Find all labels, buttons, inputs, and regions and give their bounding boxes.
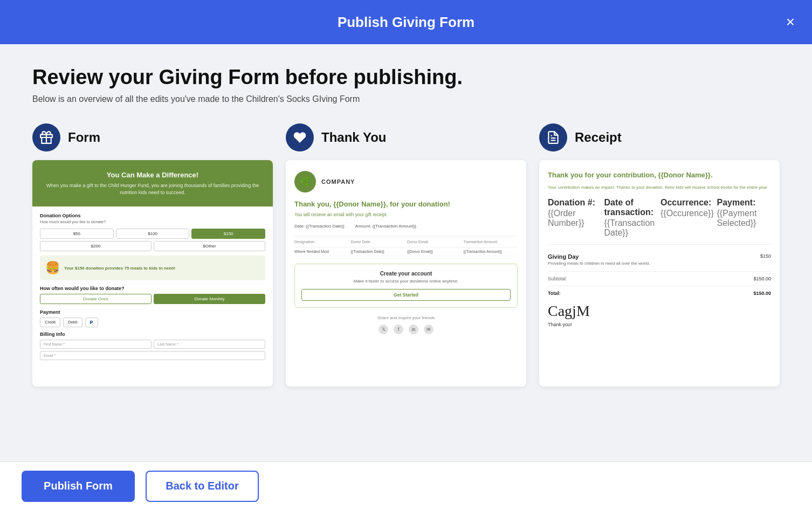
ty-subtext: You will recieve an email with your gift…: [294, 212, 518, 217]
receipt-divider-2: [548, 286, 771, 286]
ty-table-row: Where Needed Most {{Transaction Date}} {…: [294, 247, 518, 256]
receipt-subtext: Your contribution makes an impact. Thank…: [548, 184, 771, 190]
form-icon-circle: [32, 123, 60, 151]
ty-col-email: Donor Email:: [407, 240, 462, 244]
receipt-item-row: Giving Day Providing meals to children i…: [548, 253, 771, 267]
linkedin-share-icon[interactable]: in: [409, 325, 418, 334]
facebook-share-icon[interactable]: f: [394, 325, 403, 334]
form-banner-title: You Can Make a Difference!: [41, 171, 264, 179]
ty-table-header: Designation: Donor Date: Donor Email: Tr…: [294, 236, 518, 247]
payment-label: Payment: [40, 309, 265, 315]
close-button[interactable]: ×: [786, 15, 795, 30]
create-account-sub: Make it faster to access your donations …: [301, 279, 511, 284]
ty-date: Date: {{Transaction Date}}: [294, 224, 345, 229]
thankyou-preview-card: 🌿 COMPANY Thank you, {{Donor Name}}, for…: [286, 160, 526, 387]
payment-methods: Credit Debit P: [40, 318, 265, 327]
email-share-icon[interactable]: ✉: [424, 325, 433, 334]
receipt-meta-date-val: {{Transaction Date}}: [604, 218, 655, 237]
receipt-divider-1: [548, 271, 771, 272]
freq-once[interactable]: Donate Once: [40, 294, 152, 304]
heart-icon: [293, 130, 307, 144]
receipt-section-title: Receipt: [575, 130, 622, 145]
create-account-box: Create your account Make it faster to ac…: [294, 264, 518, 308]
page-subtitle: Below is an overview of all the edits yo…: [32, 94, 780, 104]
form-section-label: Form: [32, 123, 273, 151]
receipt-headline: Thank you for your contribution, {{Donor…: [548, 171, 771, 180]
sections-label-row: Form Thank You Receipt: [32, 123, 780, 151]
amount-50[interactable]: $50: [40, 229, 114, 239]
receipt-icon-circle: [539, 123, 567, 151]
get-started-button[interactable]: Get Started: [301, 289, 511, 301]
receipt-total-label: Total:: [548, 291, 561, 296]
impact-text: Your $150 donation provides 75 meals to …: [64, 266, 175, 271]
ty-val-designation: Where Needed Most: [294, 250, 349, 253]
form-banner: You Can Make a Difference! When you make…: [32, 160, 273, 206]
receipt-total-row: Total: $150.00: [548, 291, 771, 296]
form-banner-text: When you make a gift to the Child Hunger…: [41, 182, 264, 196]
receipt-meta-occurrence-label: Occurrence:: [660, 198, 715, 208]
back-to-editor-button[interactable]: Back to Editor: [146, 471, 259, 502]
amount-grid: $50 $100 $150: [40, 229, 265, 239]
receipt-body: Thank you for your contribution, {{Donor…: [539, 160, 780, 338]
frequency-btns: Donate Once Donate Monthly: [40, 294, 265, 304]
ty-col-date: Donor Date:: [351, 240, 405, 244]
thankyou-section-title: Thank You: [321, 130, 386, 145]
pay-credit[interactable]: Credit: [40, 318, 60, 327]
receipt-meta-occurrence: Occurrence: {{Occurence}}: [660, 198, 715, 238]
twitter-share-icon[interactable]: 𝕏: [379, 325, 388, 334]
receipt-meta-donation-val: {{Order Number}}: [548, 209, 584, 228]
amount-150[interactable]: $150: [191, 229, 265, 239]
publish-form-button[interactable]: Publish Form: [22, 471, 135, 502]
receipt-subtotal-label: Subtotal:: [548, 276, 567, 281]
ty-logo-icon: 🌿: [294, 171, 316, 192]
ty-logo-area: 🌿 COMPANY: [294, 171, 518, 192]
pay-paypal[interactable]: P: [85, 318, 98, 327]
main-content: Review your Giving Form before publishin…: [0, 44, 812, 461]
amount-other[interactable]: $Other: [154, 241, 265, 251]
ty-val-date: {{Transaction Date}}: [351, 250, 405, 253]
last-name-field[interactable]: Last Name *: [154, 340, 265, 349]
receipt-meta-donation: Donation #: {{Order Number}}: [548, 198, 602, 238]
receipt-item-title: Giving Day: [548, 253, 650, 260]
donation-options-label: Donation Options: [40, 213, 265, 218]
receipt-meta-payment-val: {{Payment Selected}}: [717, 209, 757, 228]
amount-200[interactable]: $200: [40, 241, 152, 251]
create-account-title: Create your account: [301, 271, 511, 277]
ty-val-amount: {{Transaction Amount}}: [464, 250, 518, 253]
impact-icon: 🍔: [45, 261, 60, 275]
thankyou-section-label: Thank You: [286, 123, 526, 151]
receipt-item-amount: $150: [760, 253, 771, 267]
receipt-meta-payment: Payment: {{Payment Selected}}: [717, 198, 772, 238]
ty-col-amount: Transaction Amount:: [464, 240, 518, 244]
receipt-meta-occurrence-val: {{Occurence}}: [660, 209, 714, 218]
billing-label: Billing Info: [40, 332, 265, 337]
pay-debit[interactable]: Debit: [63, 318, 82, 327]
receipt-meta-date-label: Date of transaction:: [604, 198, 659, 217]
receipt-meta: Donation #: {{Order Number}} Date of tra…: [548, 198, 771, 245]
form-section-title: Form: [68, 130, 100, 145]
receipt-subtotal-val: $150.00: [753, 276, 771, 281]
receipt-item-info: Giving Day Providing meals to children i…: [548, 253, 650, 267]
amount-row2: $200 $Other: [40, 241, 265, 251]
receipt-preview-card: Thank you for your contribution, {{Donor…: [539, 160, 780, 387]
header-title: Publish Giving Form: [338, 14, 474, 31]
share-icons: 𝕏 f in ✉: [294, 325, 518, 334]
billing-name-row: First Name * Last Name *: [40, 340, 265, 349]
page-header: Publish Giving Form ×: [0, 0, 812, 44]
share-title: Share and inspire your friends: [294, 315, 518, 320]
receipt-meta-date: Date of transaction: {{Transaction Date}…: [604, 198, 659, 238]
first-name-field[interactable]: First Name *: [40, 340, 152, 349]
ty-company: COMPANY: [321, 178, 355, 185]
ty-val-email: {{Donor Email}}: [407, 250, 462, 253]
page-heading: Review your Giving Form before publishin…: [32, 66, 780, 89]
impact-box: 🍔 Your $150 donation provides 75 meals t…: [40, 256, 265, 280]
receipt-subtotal-row: Subtotal: $150.00: [548, 276, 771, 281]
receipt-item-sub: Providing meals to children in need all …: [548, 261, 650, 266]
amount-100[interactable]: $100: [116, 229, 190, 239]
freq-monthly[interactable]: Donate Monthly: [154, 294, 265, 304]
email-field[interactable]: Email *: [40, 351, 265, 360]
ty-body: 🌿 COMPANY Thank you, {{Donor Name}}, for…: [286, 160, 526, 345]
previews-row: You Can Make a Difference! When you make…: [32, 160, 780, 451]
receipt-signature: CagjM: [548, 302, 771, 320]
ty-headline: Thank you, {{Donor Name}}, for your dona…: [294, 200, 518, 209]
